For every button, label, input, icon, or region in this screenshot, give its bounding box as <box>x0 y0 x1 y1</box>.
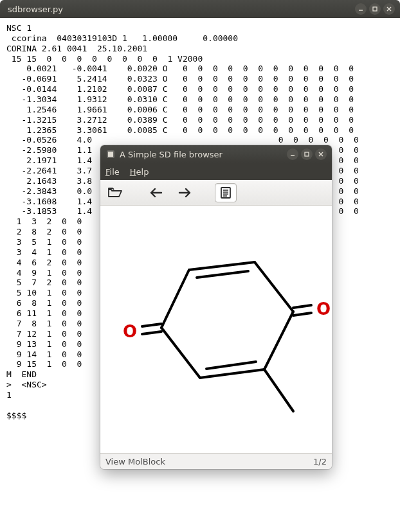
svg-rect-7 <box>305 152 309 156</box>
svg-line-16 <box>255 262 293 312</box>
open-file-button[interactable] <box>104 183 126 202</box>
svg-rect-5 <box>108 152 113 157</box>
svg-line-26 <box>142 332 161 334</box>
svg-rect-1 <box>373 7 377 11</box>
svg-line-18 <box>200 369 264 378</box>
svg-line-24 <box>293 313 311 315</box>
menu-help-label: elp <box>136 167 149 177</box>
prev-button[interactable] <box>145 183 167 202</box>
browser-window-title: A Simple SD file browser <box>120 150 283 159</box>
close-button[interactable] <box>383 3 395 15</box>
svg-line-15 <box>189 262 255 270</box>
sd-browser-window: A Simple SD file browser File Help <box>100 145 332 469</box>
app-icon <box>105 149 116 159</box>
svg-line-20 <box>161 270 189 328</box>
menu-file-label: ile <box>110 167 120 177</box>
page-indicator: 1/2 <box>313 457 327 466</box>
svg-line-22 <box>206 362 256 369</box>
menu-file[interactable]: File <box>105 167 120 177</box>
molecule-canvas: O O <box>100 206 332 454</box>
arrow-left-icon <box>150 188 163 198</box>
atom-label-o-left: O <box>123 322 137 341</box>
molecule-drawing: O O <box>100 206 332 450</box>
status-text: View MolBlock <box>105 457 313 466</box>
svg-line-21 <box>197 271 248 278</box>
browser-minimize-button[interactable] <box>287 148 298 160</box>
menu-help[interactable]: Help <box>130 167 149 177</box>
browser-statusbar: View MolBlock 1/2 <box>100 454 332 469</box>
svg-line-23 <box>293 305 311 308</box>
minimize-button[interactable] <box>355 3 367 15</box>
next-button[interactable] <box>174 183 195 202</box>
maximize-button[interactable] <box>369 3 381 15</box>
svg-line-25 <box>142 324 161 326</box>
browser-maximize-button[interactable] <box>301 148 313 160</box>
svg-line-19 <box>161 328 200 378</box>
browser-toolbar <box>100 180 332 206</box>
svg-line-17 <box>264 312 293 369</box>
browser-menubar: File Help <box>100 163 332 180</box>
main-window-titlebar: sdbrowser.py <box>0 0 400 18</box>
folder-open-icon <box>108 187 122 199</box>
browser-window-controls <box>287 148 327 160</box>
svg-line-27 <box>264 369 293 411</box>
browser-titlebar: A Simple SD file browser <box>100 145 332 163</box>
view-molblock-button[interactable] <box>215 183 237 202</box>
browser-close-button[interactable] <box>315 148 327 160</box>
main-window-controls <box>355 3 395 15</box>
atom-label-o-right: O <box>316 299 331 319</box>
document-lines-icon <box>219 186 232 199</box>
main-window-title: sdbrowser.py <box>5 4 355 14</box>
arrow-right-icon <box>178 188 191 198</box>
